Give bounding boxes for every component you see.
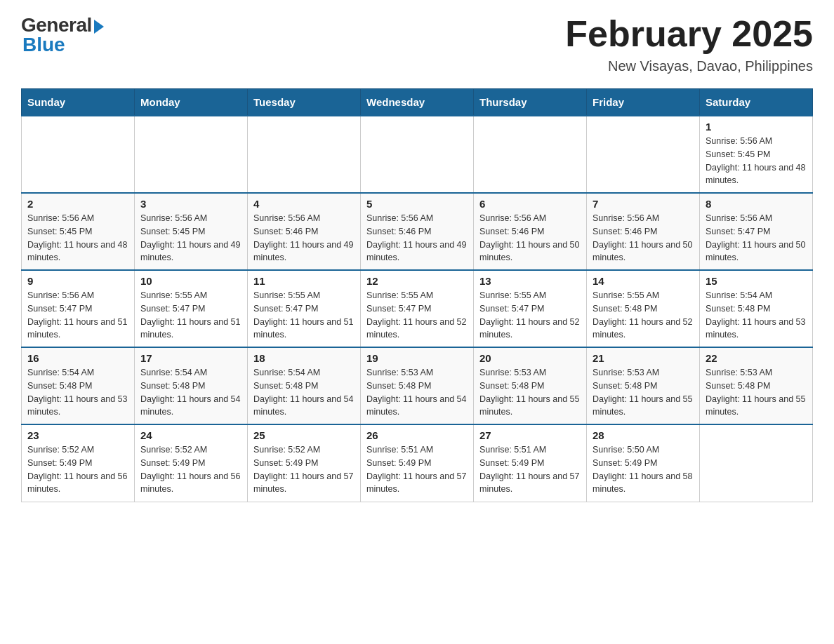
calendar-cell: 4Sunrise: 5:56 AMSunset: 5:46 PMDaylight… [248,193,361,270]
day-info: Sunrise: 5:52 AMSunset: 5:49 PMDaylight:… [27,443,128,496]
logo-blue-text: Blue [22,34,65,56]
calendar-cell: 7Sunrise: 5:56 AMSunset: 5:46 PMDaylight… [587,193,700,270]
calendar-cell: 5Sunrise: 5:56 AMSunset: 5:46 PMDaylight… [361,193,474,270]
calendar-cell [248,116,361,193]
day-number: 3 [140,198,241,210]
week-row-3: 9Sunrise: 5:56 AMSunset: 5:47 PMDaylight… [22,270,813,347]
weekday-header-saturday: Saturday [700,89,813,116]
day-number: 12 [366,275,468,287]
week-row-2: 2Sunrise: 5:56 AMSunset: 5:45 PMDaylight… [22,193,813,270]
weekday-header-tuesday: Tuesday [248,89,361,116]
day-number: 25 [253,429,355,441]
calendar-cell: 23Sunrise: 5:52 AMSunset: 5:49 PMDayligh… [22,424,135,502]
day-info: Sunrise: 5:56 AMSunset: 5:46 PMDaylight:… [366,212,468,264]
day-number: 15 [706,275,807,287]
day-info: Sunrise: 5:53 AMSunset: 5:48 PMDaylight:… [706,366,807,419]
calendar-cell [22,116,135,193]
day-number: 11 [253,275,355,287]
day-number: 13 [479,275,581,287]
day-number: 26 [366,429,468,441]
day-info: Sunrise: 5:56 AMSunset: 5:46 PMDaylight:… [479,212,581,264]
calendar-cell [700,424,813,502]
day-number: 19 [366,352,468,364]
calendar-cell: 8Sunrise: 5:56 AMSunset: 5:47 PMDaylight… [700,193,813,270]
day-info: Sunrise: 5:55 AMSunset: 5:47 PMDaylight:… [140,289,241,342]
weekday-header-thursday: Thursday [474,89,587,116]
calendar-cell: 9Sunrise: 5:56 AMSunset: 5:47 PMDaylight… [22,270,135,347]
day-number: 27 [479,429,581,441]
day-number: 7 [593,198,694,210]
calendar-cell: 1Sunrise: 5:56 AMSunset: 5:45 PMDaylight… [700,116,813,193]
day-number: 28 [593,429,694,441]
calendar-cell: 6Sunrise: 5:56 AMSunset: 5:46 PMDaylight… [474,193,587,270]
day-info: Sunrise: 5:54 AMSunset: 5:48 PMDaylight:… [253,366,355,419]
day-info: Sunrise: 5:54 AMSunset: 5:48 PMDaylight:… [706,289,807,342]
day-number: 2 [27,198,128,210]
title-section: February 2025 New Visayas, Davao, Philip… [565,14,813,74]
day-info: Sunrise: 5:56 AMSunset: 5:47 PMDaylight:… [706,212,807,264]
calendar-cell: 13Sunrise: 5:55 AMSunset: 5:47 PMDayligh… [474,270,587,347]
day-info: Sunrise: 5:54 AMSunset: 5:48 PMDaylight:… [140,366,241,419]
calendar-cell: 28Sunrise: 5:50 AMSunset: 5:49 PMDayligh… [587,424,700,502]
calendar-cell: 10Sunrise: 5:55 AMSunset: 5:47 PMDayligh… [135,270,248,347]
calendar-title: February 2025 [565,14,813,54]
calendar-cell [361,116,474,193]
calendar-cell: 2Sunrise: 5:56 AMSunset: 5:45 PMDaylight… [22,193,135,270]
page-header: General Blue February 2025 New Visayas, … [21,14,813,74]
day-info: Sunrise: 5:51 AMSunset: 5:49 PMDaylight:… [366,443,468,496]
day-number: 21 [593,352,694,364]
calendar-cell: 17Sunrise: 5:54 AMSunset: 5:48 PMDayligh… [135,347,248,424]
day-info: Sunrise: 5:55 AMSunset: 5:47 PMDaylight:… [479,289,581,342]
day-number: 18 [253,352,355,364]
day-number: 4 [253,198,355,210]
calendar-cell: 3Sunrise: 5:56 AMSunset: 5:45 PMDaylight… [135,193,248,270]
logo-arrow-icon [94,20,104,34]
day-info: Sunrise: 5:53 AMSunset: 5:48 PMDaylight:… [366,366,468,419]
weekday-header-monday: Monday [135,89,248,116]
weekday-header-row: SundayMondayTuesdayWednesdayThursdayFrid… [22,89,813,116]
calendar-cell [587,116,700,193]
day-info: Sunrise: 5:52 AMSunset: 5:49 PMDaylight:… [140,443,241,496]
day-number: 6 [479,198,581,210]
day-info: Sunrise: 5:56 AMSunset: 5:45 PMDaylight:… [27,212,128,264]
calendar-cell: 12Sunrise: 5:55 AMSunset: 5:47 PMDayligh… [361,270,474,347]
calendar-cell: 21Sunrise: 5:53 AMSunset: 5:48 PMDayligh… [587,347,700,424]
calendar-cell: 27Sunrise: 5:51 AMSunset: 5:49 PMDayligh… [474,424,587,502]
day-info: Sunrise: 5:56 AMSunset: 5:46 PMDaylight:… [593,212,694,264]
day-number: 23 [27,429,128,441]
calendar-cell: 11Sunrise: 5:55 AMSunset: 5:47 PMDayligh… [248,270,361,347]
day-number: 20 [479,352,581,364]
calendar-cell: 16Sunrise: 5:54 AMSunset: 5:48 PMDayligh… [22,347,135,424]
day-info: Sunrise: 5:55 AMSunset: 5:48 PMDaylight:… [593,289,694,342]
day-info: Sunrise: 5:56 AMSunset: 5:46 PMDaylight:… [253,212,355,264]
calendar-cell: 19Sunrise: 5:53 AMSunset: 5:48 PMDayligh… [361,347,474,424]
calendar-cell: 18Sunrise: 5:54 AMSunset: 5:48 PMDayligh… [248,347,361,424]
day-info: Sunrise: 5:56 AMSunset: 5:47 PMDaylight:… [27,289,128,342]
calendar-cell: 24Sunrise: 5:52 AMSunset: 5:49 PMDayligh… [135,424,248,502]
day-info: Sunrise: 5:56 AMSunset: 5:45 PMDaylight:… [140,212,241,264]
day-info: Sunrise: 5:54 AMSunset: 5:48 PMDaylight:… [27,366,128,419]
day-number: 9 [27,275,128,287]
week-row-4: 16Sunrise: 5:54 AMSunset: 5:48 PMDayligh… [22,347,813,424]
day-number: 8 [706,198,807,210]
day-info: Sunrise: 5:50 AMSunset: 5:49 PMDaylight:… [593,443,694,496]
day-number: 10 [140,275,241,287]
calendar-cell [135,116,248,193]
week-row-5: 23Sunrise: 5:52 AMSunset: 5:49 PMDayligh… [22,424,813,502]
calendar-cell [474,116,587,193]
week-row-1: 1Sunrise: 5:56 AMSunset: 5:45 PMDaylight… [22,116,813,193]
calendar-cell: 25Sunrise: 5:52 AMSunset: 5:49 PMDayligh… [248,424,361,502]
calendar-cell: 26Sunrise: 5:51 AMSunset: 5:49 PMDayligh… [361,424,474,502]
calendar-cell: 22Sunrise: 5:53 AMSunset: 5:48 PMDayligh… [700,347,813,424]
day-info: Sunrise: 5:52 AMSunset: 5:49 PMDaylight:… [253,443,355,496]
logo: General Blue [21,14,104,56]
day-info: Sunrise: 5:56 AMSunset: 5:45 PMDaylight:… [706,135,807,187]
day-number: 1 [706,121,807,133]
day-number: 5 [366,198,468,210]
day-number: 24 [140,429,241,441]
day-number: 22 [706,352,807,364]
weekday-header-friday: Friday [587,89,700,116]
calendar-table: SundayMondayTuesdayWednesdayThursdayFrid… [21,88,813,502]
day-number: 16 [27,352,128,364]
calendar-cell: 14Sunrise: 5:55 AMSunset: 5:48 PMDayligh… [587,270,700,347]
